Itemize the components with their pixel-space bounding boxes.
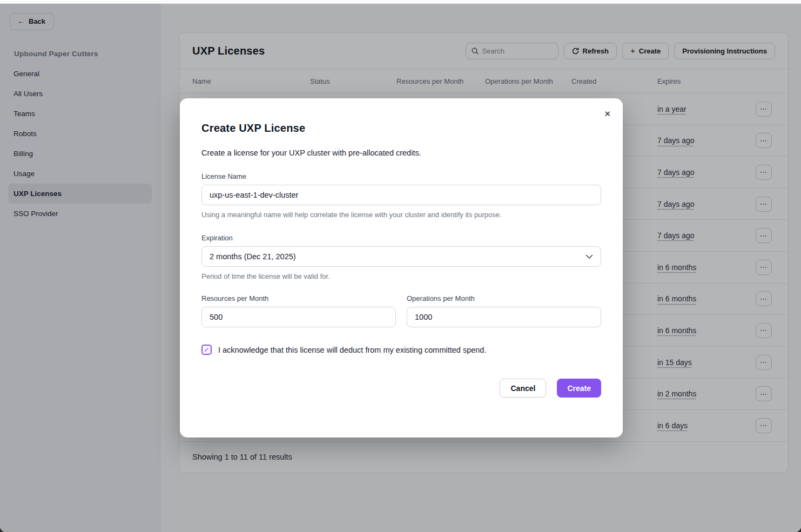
operations-field: Operations per Month <box>407 294 601 327</box>
expiration-selected-value: 2 months (Dec 21, 2025) <box>210 252 296 261</box>
acknowledge-row: ✓ I acknowledge that this license will d… <box>201 345 601 355</box>
check-icon: ✓ <box>204 346 210 353</box>
cancel-button[interactable]: Cancel <box>500 379 546 398</box>
acknowledge-checkbox[interactable]: ✓ <box>201 345 212 355</box>
close-icon[interactable]: ✕ <box>601 106 614 122</box>
modal-create-button[interactable]: Create <box>557 379 601 398</box>
license-name-input[interactable] <box>201 185 601 205</box>
resources-label: Resources per Month <box>201 294 396 302</box>
license-name-label: License Name <box>201 172 601 180</box>
modal-title: Create UXP License <box>201 122 601 134</box>
expiration-label: Expiration <box>201 234 601 242</box>
expiration-field: Expiration 2 months (Dec 21, 2025) Perio… <box>201 234 601 280</box>
resources-input[interactable] <box>201 307 396 327</box>
expiration-helper: Period of time the license will be valid… <box>201 272 601 280</box>
modal-actions: Cancel Create <box>201 379 601 398</box>
resources-field: Resources per Month <box>201 294 396 327</box>
license-name-helper: Using a meaningful name will help correl… <box>201 211 601 219</box>
operations-input[interactable] <box>407 307 601 327</box>
operations-label: Operations per Month <box>407 294 601 302</box>
chevron-down-icon <box>585 254 593 259</box>
app-window: ← Back Upbound Paper Cutters GeneralAll … <box>0 0 801 532</box>
create-uxp-license-modal: ✕ Create UXP License Create a license fo… <box>180 98 623 437</box>
license-name-field: License Name Using a meaningful name wil… <box>201 172 601 219</box>
browser-chrome-strip <box>0 0 801 4</box>
acknowledge-label: I acknowledge that this license will ded… <box>218 346 486 354</box>
expiration-select[interactable]: 2 months (Dec 21, 2025) <box>201 246 601 267</box>
modal-subtitle: Create a license for your UXP cluster wi… <box>201 149 601 157</box>
